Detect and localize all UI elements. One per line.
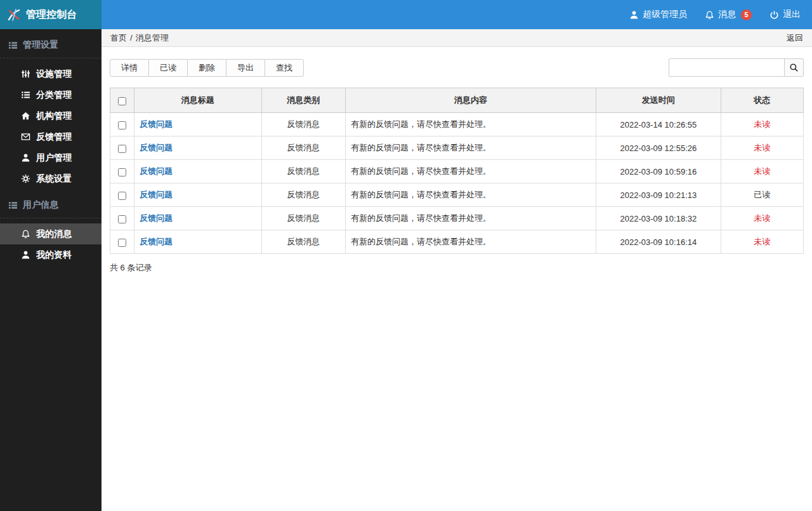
row-checkbox[interactable] <box>118 145 126 153</box>
detail-button[interactable]: 详情 <box>110 59 149 77</box>
messages-menu[interactable]: 消息 5 <box>705 9 752 20</box>
logo-area: 管理控制台 <box>0 0 102 29</box>
message-title-link[interactable]: 反馈问题 <box>140 119 173 129</box>
app-title: 管理控制台 <box>26 8 77 22</box>
delete-button[interactable]: 删除 <box>187 59 226 77</box>
header-category: 消息类别 <box>261 88 345 113</box>
header-time: 发送时间 <box>596 88 721 113</box>
sidebar-item-organization[interactable]: 机构管理 <box>0 105 102 126</box>
status-cell: 未读 <box>721 230 803 254</box>
back-link[interactable]: 返回 <box>787 32 803 44</box>
table-header-row: 消息标题 消息类别 消息内容 发送时间 状态 <box>110 88 804 113</box>
find-button[interactable]: 查找 <box>265 59 304 77</box>
message-category: 反馈消息 <box>261 160 345 183</box>
search-input[interactable] <box>669 58 785 77</box>
message-title-link[interactable]: 反馈问题 <box>140 213 173 223</box>
message-category: 反馈消息 <box>261 183 345 207</box>
table-row: 反馈问题 反馈消息 有新的反馈问题，请尽快查看并处理。 2022-03-09 1… <box>110 230 804 254</box>
message-content: 有新的反馈问题，请尽快查看并处理。 <box>346 160 596 183</box>
admin-console-app: 管理控制台 超级管理员 消息 5 退出 <box>0 0 812 511</box>
sidebar-item-label: 分类管理 <box>36 90 72 100</box>
sidebar-item-facility[interactable]: 设施管理 <box>0 63 102 84</box>
message-title-link[interactable]: 反馈问题 <box>140 143 173 152</box>
select-all-checkbox[interactable] <box>118 97 126 105</box>
toolbar-button-group: 详情 已读 删除 导出 查找 <box>110 59 304 77</box>
sidebar-item-my-profile[interactable]: 我的资料 <box>0 244 102 265</box>
row-checkbox-cell <box>110 207 134 230</box>
toolbar: 详情 已读 删除 导出 查找 <box>110 58 804 77</box>
message-category: 反馈消息 <box>261 136 345 160</box>
table-row: 反馈问题 反馈消息 有新的反馈问题，请尽快查看并处理。 2022-03-09 1… <box>110 160 804 183</box>
row-checkbox-cell <box>110 113 134 136</box>
status-cell: 未读 <box>721 207 803 230</box>
message-time: 2022-03-09 12:55:26 <box>596 136 721 160</box>
export-button[interactable]: 导出 <box>226 59 265 77</box>
search-box <box>669 58 804 77</box>
message-category: 反馈消息 <box>261 207 345 230</box>
logout-button[interactable]: 退出 <box>769 9 801 20</box>
row-checkbox[interactable] <box>118 215 126 223</box>
bell-icon <box>705 10 714 20</box>
user-menu[interactable]: 超级管理员 <box>629 9 687 20</box>
mark-read-button[interactable]: 已读 <box>148 59 188 77</box>
message-content: 有新的反馈问题，请尽快查看并处理。 <box>346 113 596 136</box>
sidebar-section-title-user: 用户信息 <box>0 189 102 218</box>
row-checkbox[interactable] <box>118 192 126 200</box>
messages-table: 消息标题 消息类别 消息内容 发送时间 状态 反馈问题 反馈消息 有新的反馈问题… <box>110 88 804 254</box>
table-row: 反馈问题 反馈消息 有新的反馈问题，请尽快查看并处理。 2022-03-14 1… <box>110 113 804 136</box>
message-time: 2022-03-09 10:16:14 <box>596 230 721 254</box>
header-status: 状态 <box>721 88 803 113</box>
content-area: 详情 已读 删除 导出 查找 <box>102 47 812 274</box>
row-checkbox-cell <box>110 136 134 160</box>
breadcrumb-home-link[interactable]: 首页 <box>110 32 127 44</box>
user-label: 超级管理员 <box>643 9 687 20</box>
sidebar-item-category[interactable]: 分类管理 <box>0 84 102 105</box>
message-content: 有新的反馈问题，请尽快查看并处理。 <box>346 207 596 230</box>
sidebar-item-feedback[interactable]: 反馈管理 <box>0 126 102 147</box>
row-checkbox[interactable] <box>118 239 126 247</box>
envelope-icon <box>20 132 30 142</box>
section-title-label: 用户信息 <box>23 199 58 211</box>
sidebar-item-label: 系统设置 <box>36 173 72 184</box>
status-cell: 未读 <box>721 160 803 183</box>
row-checkbox-cell <box>110 183 134 207</box>
header-title: 消息标题 <box>134 88 262 113</box>
message-category: 反馈消息 <box>261 113 345 136</box>
status-cell: 未读 <box>721 136 803 160</box>
topbar: 管理控制台 超级管理员 消息 5 退出 <box>0 0 812 29</box>
sidebar-item-users[interactable]: 用户管理 <box>0 147 102 168</box>
user-icon <box>20 153 30 163</box>
message-title-link[interactable]: 反馈问题 <box>140 166 173 176</box>
logout-label: 退出 <box>783 9 801 20</box>
search-icon <box>789 63 799 72</box>
search-button[interactable] <box>784 58 804 77</box>
message-content: 有新的反馈问题，请尽快查看并处理。 <box>346 136 596 160</box>
message-title-link[interactable]: 反馈问题 <box>140 237 173 246</box>
status-cell: 未读 <box>721 113 803 136</box>
select-all-cell <box>110 88 134 113</box>
breadcrumb-separator: / <box>130 33 133 43</box>
message-time: 2022-03-09 10:18:32 <box>596 207 721 230</box>
message-title-link[interactable]: 反馈问题 <box>140 190 173 199</box>
sidebar: 管理设置 设施管理 分类管理 机构管理 <box>0 29 102 511</box>
row-checkbox[interactable] <box>118 168 126 176</box>
category-icon <box>20 90 30 100</box>
sidebar-item-label: 我的资料 <box>36 249 72 260</box>
sidebar-item-my-messages[interactable]: 我的消息 <box>0 223 102 244</box>
table-row: 反馈问题 反馈消息 有新的反馈问题，请尽快查看并处理。 2022-03-09 1… <box>110 207 804 230</box>
user-icon <box>629 10 639 20</box>
app-logo-icon <box>6 7 22 22</box>
header-content: 消息内容 <box>346 88 596 113</box>
sidebar-section-user: 用户信息 我的消息 我的资料 <box>0 189 102 265</box>
sidebar-item-label: 机构管理 <box>36 110 72 121</box>
breadcrumb-current: 消息管理 <box>136 32 169 44</box>
record-count: 共 6 条记录 <box>110 262 804 274</box>
row-checkbox-cell <box>110 230 134 254</box>
message-time: 2022-03-09 10:21:13 <box>596 183 721 207</box>
message-category: 反馈消息 <box>261 230 345 254</box>
sidebar-item-label: 设施管理 <box>36 69 72 79</box>
topbar-right: 超级管理员 消息 5 退出 <box>612 9 812 20</box>
sidebar-item-system[interactable]: 系统设置 <box>0 168 102 189</box>
sidebar-section-admin: 管理设置 设施管理 分类管理 机构管理 <box>0 29 102 189</box>
row-checkbox[interactable] <box>118 121 126 129</box>
